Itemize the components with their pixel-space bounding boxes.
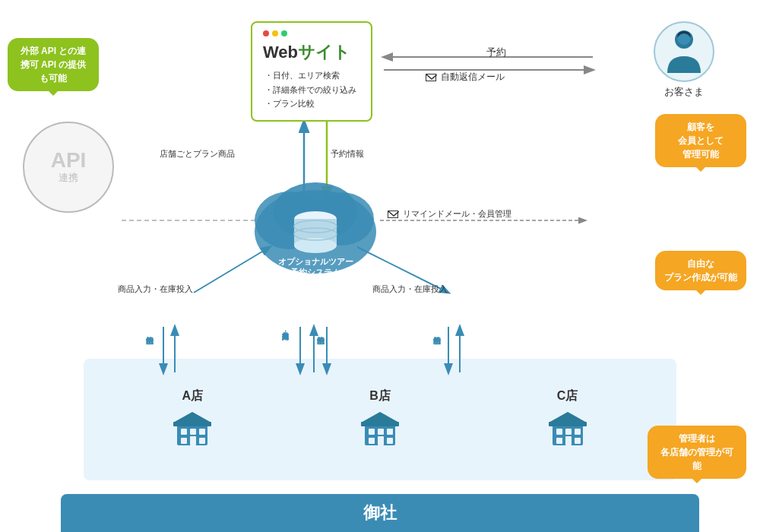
dot-green-dot — [281, 30, 287, 36]
bubble-api: 外部 API との連携可 API の提供も可能 — [8, 38, 99, 91]
svg-text:予約システム: 予約システム — [290, 268, 340, 277]
window-dots — [263, 30, 360, 36]
company-label: 御社 — [363, 502, 397, 524]
shopplan-label: 店舗ごとプラン商品 — [160, 148, 235, 160]
bubble-customer: 顧客を会員として管理可能 — [655, 114, 746, 167]
diagram-container: 外部 API との連携可 API の提供も可能 API 連携 Webサイト 日付… — [0, 0, 760, 532]
svg-rect-34 — [190, 436, 196, 445]
feature-2: 詳細条件での絞り込み — [264, 83, 360, 97]
store-a: A店 — [173, 388, 211, 451]
api-circle: API 連携 — [23, 122, 114, 213]
svg-rect-43 — [378, 436, 384, 445]
svg-rect-33 — [181, 438, 187, 444]
svg-rect-32 — [199, 429, 205, 435]
web-text: Web — [263, 43, 298, 62]
svg-rect-53 — [575, 438, 581, 444]
store-c: C店 — [549, 388, 587, 451]
customer-area: お客さま — [654, 21, 714, 99]
svg-rect-52 — [565, 436, 572, 445]
svg-rect-41 — [387, 429, 393, 435]
store-b: B店 — [361, 388, 399, 451]
svg-rect-30 — [181, 429, 187, 435]
cloud-container: オプショナルツアー 予約システム — [243, 175, 388, 284]
api-text: API — [51, 150, 87, 171]
svg-rect-35 — [199, 438, 205, 444]
svg-rect-42 — [369, 438, 375, 444]
bubble-admin: 管理者は各店舗の管理が可能 — [648, 426, 746, 479]
customer-label: お客さま — [664, 85, 704, 99]
store-c-name: C店 — [557, 388, 578, 404]
shohin-left-label: 商品入力・在庫投入 — [118, 283, 193, 295]
customer-avatar — [654, 21, 714, 82]
svg-rect-51 — [556, 438, 562, 444]
feature-3: プラン比較 — [264, 97, 360, 111]
company-bar: 御社 — [61, 494, 699, 532]
yoyaku-label: 予約 — [486, 46, 506, 59]
store-a-icon — [173, 410, 211, 451]
svg-rect-44 — [387, 438, 393, 444]
svg-rect-48 — [556, 429, 562, 435]
website-box: Webサイト 日付、エリア検索 詳細条件での絞り込み プラン比較 — [251, 21, 372, 122]
svg-rect-50 — [575, 429, 581, 435]
store-c-icon — [549, 410, 587, 451]
jidohensin-label: 自動返信メール — [426, 71, 505, 84]
feature-1: 日付、エリア検索 — [264, 68, 360, 83]
svg-rect-49 — [565, 429, 572, 435]
svg-rect-31 — [190, 429, 196, 435]
dot-yellow — [272, 30, 278, 36]
svg-rect-40 — [378, 429, 384, 435]
website-features: 日付、エリア検索 詳細条件での絞り込み プラン比較 — [263, 68, 360, 111]
dot-red — [263, 30, 269, 36]
store-b-icon — [361, 410, 399, 451]
shohin-right-label: 商品入力・在庫投入 — [372, 283, 448, 295]
api-sublabel: 連携 — [59, 171, 78, 185]
svg-text:オプショナルツアー: オプショナルツアー — [278, 257, 353, 266]
bubble-plan: 自由なプラン作成が可能 — [655, 251, 746, 290]
svg-marker-54 — [549, 412, 587, 423]
svg-marker-45 — [361, 412, 399, 423]
yoyakuinfo-label: 予約情報 — [331, 148, 364, 160]
svg-marker-36 — [173, 412, 211, 423]
reminder-label: リマインドメール・会員管理 — [388, 208, 511, 220]
svg-rect-39 — [369, 429, 375, 435]
store-a-name: A店 — [182, 388, 204, 404]
website-title: Webサイト — [263, 41, 360, 64]
stores-area: A店 B店 — [84, 359, 676, 480]
store-b-name: B店 — [369, 388, 391, 404]
